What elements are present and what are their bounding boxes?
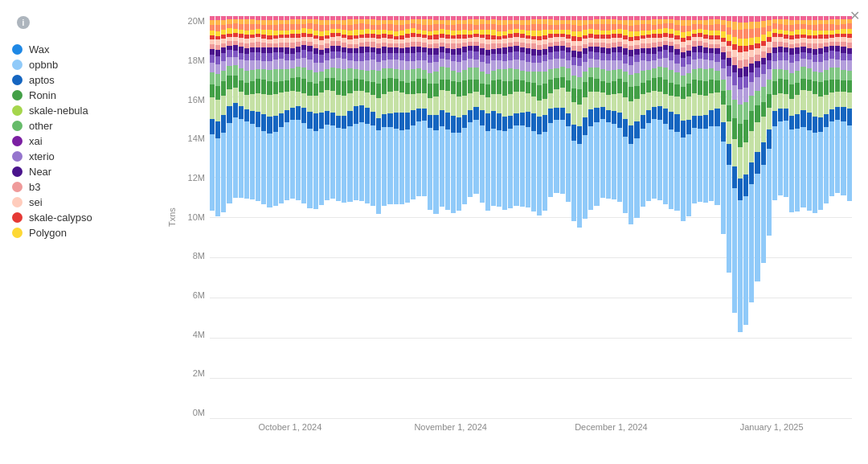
bar-column[interactable] <box>215 16 220 419</box>
bar-column[interactable] <box>273 16 278 419</box>
bar-column[interactable] <box>502 16 507 419</box>
bar-column[interactable] <box>382 16 387 419</box>
bar-column[interactable] <box>646 16 651 419</box>
bar-column[interactable] <box>686 16 691 419</box>
bar-column[interactable] <box>709 16 714 419</box>
bar-column[interactable] <box>319 16 324 419</box>
bar-column[interactable] <box>485 16 490 419</box>
bar-column[interactable] <box>428 16 432 419</box>
bar-column[interactable] <box>571 16 576 419</box>
bar-column[interactable] <box>347 16 352 419</box>
bar-column[interactable] <box>440 16 444 419</box>
bar-column[interactable] <box>221 16 226 419</box>
bar-column[interactable] <box>537 16 542 419</box>
bar-column[interactable] <box>588 16 593 419</box>
bar-column[interactable] <box>405 16 410 419</box>
bar-column[interactable] <box>663 16 668 419</box>
bar-column[interactable] <box>307 16 312 419</box>
bar-column[interactable] <box>623 16 628 419</box>
bar-column[interactable] <box>296 16 301 419</box>
bar-column[interactable] <box>628 16 633 419</box>
bar-column[interactable] <box>721 16 726 419</box>
bar-column[interactable] <box>767 16 772 419</box>
bar-column[interactable] <box>526 16 530 419</box>
bar-column[interactable] <box>727 16 731 419</box>
bar-column[interactable] <box>698 16 702 419</box>
bar-column[interactable] <box>399 16 404 419</box>
bar-column[interactable] <box>778 16 783 419</box>
bar-column[interactable] <box>371 16 375 419</box>
bar-column[interactable] <box>250 16 255 419</box>
bar-column[interactable] <box>669 16 674 419</box>
bar-column[interactable] <box>261 16 266 419</box>
info-icon[interactable]: i <box>17 16 30 29</box>
bar-column[interactable] <box>416 16 421 419</box>
bar-column[interactable] <box>600 16 605 419</box>
bar-column[interactable] <box>239 16 244 419</box>
bar-column[interactable] <box>342 16 346 419</box>
bar-column[interactable] <box>336 16 341 419</box>
bar-column[interactable] <box>703 16 708 419</box>
bar-column[interactable] <box>577 16 582 419</box>
bar-column[interactable] <box>566 16 571 419</box>
bar-column[interactable] <box>279 16 284 419</box>
bar-column[interactable] <box>433 16 438 419</box>
bar-column[interactable] <box>755 16 760 419</box>
bar-column[interactable] <box>325 16 330 419</box>
bar-column[interactable] <box>657 16 662 419</box>
bar-column[interactable] <box>829 16 834 419</box>
bar-column[interactable] <box>818 16 823 419</box>
bar-column[interactable] <box>542 16 547 419</box>
bar-column[interactable] <box>354 16 358 419</box>
bar-column[interactable] <box>548 16 553 419</box>
bar-column[interactable] <box>743 16 748 419</box>
bar-column[interactable] <box>313 16 318 419</box>
bar-column[interactable] <box>784 16 788 419</box>
bar-column[interactable] <box>462 16 467 419</box>
bar-column[interactable] <box>617 16 622 419</box>
bar-column[interactable] <box>387 16 392 419</box>
bar-column[interactable] <box>359 16 364 419</box>
bar-column[interactable] <box>457 16 461 419</box>
bar-column[interactable] <box>795 16 800 419</box>
bar-column[interactable] <box>594 16 599 419</box>
bar-column[interactable] <box>641 16 645 419</box>
bar-column[interactable] <box>674 16 679 419</box>
bar-column[interactable] <box>606 16 611 419</box>
bar-column[interactable] <box>560 16 565 419</box>
bar-column[interactable] <box>738 16 743 419</box>
bar-column[interactable] <box>473 16 478 419</box>
bar-column[interactable] <box>480 16 485 419</box>
bar-column[interactable] <box>497 16 502 419</box>
bar-column[interactable] <box>789 16 794 419</box>
bar-column[interactable] <box>290 16 295 419</box>
bar-column[interactable] <box>841 16 845 419</box>
bar-column[interactable] <box>514 16 518 419</box>
bar-column[interactable] <box>422 16 427 419</box>
bar-column[interactable] <box>491 16 496 419</box>
bar-column[interactable] <box>583 16 588 419</box>
bar-column[interactable] <box>714 16 719 419</box>
bar-column[interactable] <box>732 16 737 419</box>
bar-column[interactable] <box>508 16 513 419</box>
bar-column[interactable] <box>376 16 381 419</box>
bar-column[interactable] <box>634 16 639 419</box>
bar-column[interactable] <box>365 16 370 419</box>
bar-column[interactable] <box>761 16 766 419</box>
bar-column[interactable] <box>554 16 559 419</box>
bar-column[interactable] <box>652 16 657 419</box>
bar-column[interactable] <box>681 16 686 419</box>
bar-column[interactable] <box>451 16 456 419</box>
bar-column[interactable] <box>612 16 616 419</box>
bar-column[interactable] <box>285 16 289 419</box>
bar-column[interactable] <box>749 16 754 419</box>
bar-column[interactable] <box>824 16 829 419</box>
bar-column[interactable] <box>233 16 238 419</box>
bar-column[interactable] <box>301 16 306 419</box>
bar-column[interactable] <box>227 16 231 419</box>
bar-column[interactable] <box>847 16 852 419</box>
bar-column[interactable] <box>267 16 272 419</box>
bar-column[interactable] <box>256 16 260 419</box>
bar-column[interactable] <box>330 16 335 419</box>
bar-column[interactable] <box>772 16 777 419</box>
